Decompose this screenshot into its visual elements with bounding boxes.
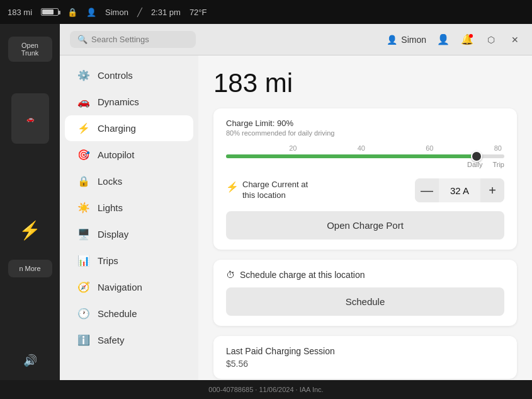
top-bar-right: 👤 Simon 👤 🔔 ⬡ ✕	[387, 33, 522, 47]
last-paid-amount: $5.56	[226, 359, 504, 369]
navigation-icon: 🧭	[77, 281, 90, 293]
last-paid-section: Last Paid Charging Session $5.56	[213, 336, 517, 379]
sidebar-item-autopilot[interactable]: 🎯 Autopilot	[65, 142, 193, 168]
display-icon: 🖥️	[77, 228, 90, 240]
sidebar-label-controls: Controls	[98, 70, 133, 81]
range-display: 183 mi	[8, 8, 32, 17]
slider-fill	[226, 154, 477, 158]
sidebar-item-charging[interactable]: ⚡ Charging	[65, 115, 193, 141]
charge-card: Charge Limit: 90% 80% recommended for da…	[213, 108, 517, 250]
charge-plug-icon: ⚡	[226, 181, 239, 193]
sidebar-nav: ⚙️ Controls 🚗 Dynamics ⚡ Charging 🎯 Auto…	[60, 55, 198, 380]
charge-current-control: — 32 A +	[415, 178, 504, 202]
sidebar-item-lights[interactable]: ☀️ Lights	[65, 195, 193, 221]
sidebar-label-trips: Trips	[98, 255, 118, 266]
charge-current-value: 32 A	[439, 185, 480, 196]
content-area: ⚙️ Controls 🚗 Dynamics ⚡ Charging 🎯 Auto…	[60, 55, 532, 380]
schedule-icon: 🕐	[77, 308, 90, 320]
sidebar-item-controls[interactable]: ⚙️ Controls	[65, 62, 193, 88]
charge-decrease-button[interactable]: —	[415, 178, 439, 202]
controls-icon: ⚙️	[77, 69, 90, 81]
schedule-icon: ⏱	[226, 270, 235, 280]
search-icon: 🔍	[77, 35, 88, 44]
charge-current-label: Charge Current atthis location	[242, 180, 407, 201]
last-paid-title: Last Paid Charging Session	[226, 346, 504, 356]
slider-track[interactable]	[226, 154, 504, 158]
bluetooth-icon[interactable]: ⬡	[484, 33, 498, 47]
charging-icon: ⚡	[77, 122, 90, 134]
schedule-header: ⏱ Schedule charge at this location	[226, 270, 504, 280]
bell-icon[interactable]: 🔔	[460, 33, 474, 47]
lock-icon: 🔒	[67, 8, 77, 17]
lightning-indicator: ⚡	[19, 220, 41, 241]
notification-dot	[469, 34, 473, 38]
bottom-bar: 000-40788685 · 11/06/2024 · IAA Inc.	[0, 380, 532, 399]
sidebar-label-dynamics: Dynamics	[98, 96, 139, 107]
search-box[interactable]: 🔍	[70, 31, 196, 48]
person-icon: 👤	[387, 35, 397, 45]
sidebar-item-navigation[interactable]: 🧭 Navigation	[65, 274, 193, 300]
sidebar-item-trips[interactable]: 📊 Trips	[65, 248, 193, 274]
audio-icon[interactable]: 🔊	[23, 354, 37, 367]
charge-increase-button[interactable]: +	[480, 178, 504, 202]
bottom-text: 000-40788685 · 11/06/2024 · IAA Inc.	[208, 386, 323, 393]
charge-limit-sub: 80% recommended for daily driving	[226, 129, 504, 137]
sidebar-label-safety: Safety	[98, 335, 125, 345]
charge-slider-container: 20 40 60 80 Daily Trip	[226, 144, 504, 168]
slider-labels: 20 40 60 80	[226, 144, 504, 152]
sidebar-item-safety[interactable]: ℹ️ Safety	[65, 327, 193, 353]
sidebar-item-dynamics[interactable]: 🚗 Dynamics	[65, 89, 193, 115]
person-icon: 👤	[86, 8, 96, 17]
sidebar-label-charging: Charging	[98, 123, 136, 134]
slider-thumb[interactable]	[471, 151, 482, 162]
time-display: 2:31 pm	[151, 8, 181, 17]
sidebar-label-autopilot: Autopilot	[98, 149, 134, 160]
charge-limit-label: Charge Limit: 90%	[226, 119, 504, 128]
sidebar-label-locks: Locks	[98, 176, 122, 187]
autopilot-icon: 🎯	[77, 149, 90, 161]
sidebar-label-navigation: Navigation	[98, 282, 142, 292]
wifi-off-icon[interactable]: ✕	[508, 33, 522, 47]
sidebar-item-schedule[interactable]: 🕐 Schedule	[65, 301, 193, 327]
main-screen: 🔍 👤 Simon 👤 🔔 ⬡ ✕ ⚙️ Controls	[60, 24, 532, 380]
top-bar: 🔍 👤 Simon 👤 🔔 ⬡ ✕	[60, 24, 532, 55]
profile-icon[interactable]: 👤	[436, 33, 450, 47]
battery-indicator	[41, 8, 59, 16]
daily-trip-labels: Daily Trip	[226, 161, 504, 168]
schedule-section: ⏱ Schedule charge at this location Sched…	[213, 260, 517, 326]
sidebar-label-schedule: Schedule	[98, 308, 137, 319]
open-trunk-button[interactable]: Open Trunk	[8, 37, 52, 62]
sidebar-label-display: Display	[98, 229, 128, 240]
sidebar-item-locks[interactable]: 🔒 Locks	[65, 168, 193, 194]
range-value: 183 mi	[213, 68, 517, 98]
sidebar-item-display[interactable]: 🖥️ Display	[65, 221, 193, 247]
sidebar-label-lights: Lights	[98, 202, 123, 213]
schedule-button[interactable]: Schedule	[226, 287, 504, 316]
temp-display: 72°F	[190, 8, 207, 17]
dynamics-icon: 🚗	[77, 96, 90, 108]
safety-icon: ℹ️	[77, 334, 90, 346]
open-charge-port-button[interactable]: Open Charge Port	[226, 211, 504, 240]
main-panel: 183 mi Charge Limit: 90% 80% recommended…	[198, 55, 532, 380]
trips-icon: 📊	[77, 255, 90, 267]
schedule-label: Schedule charge at this location	[240, 270, 365, 280]
signal-icon: ╱	[137, 8, 142, 17]
search-input[interactable]	[91, 35, 188, 44]
locks-icon: 🔒	[77, 175, 90, 187]
car-thumbnail: 🚗	[11, 93, 49, 144]
trip-label: Trip	[492, 161, 504, 168]
username-status: Simon	[105, 8, 128, 17]
status-bar: 183 mi 🔒 👤 Simon ╱ 2:31 pm 72°F	[0, 0, 532, 24]
left-sidebar: Open Trunk 🚗 ⚡ n More 🔊	[0, 24, 60, 380]
more-button[interactable]: n More	[8, 260, 52, 277]
charge-current-row: ⚡ Charge Current atthis location — 32 A …	[226, 178, 504, 202]
top-bar-user: 👤 Simon	[387, 35, 426, 45]
lights-icon: ☀️	[77, 202, 90, 214]
